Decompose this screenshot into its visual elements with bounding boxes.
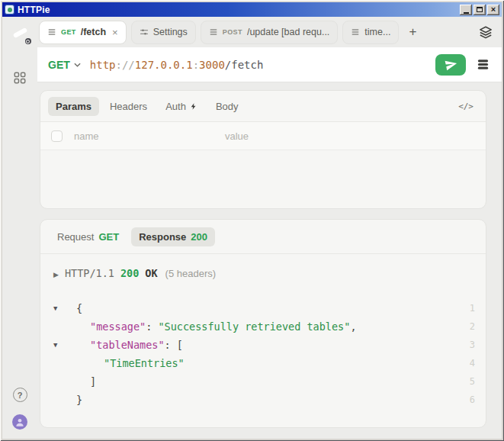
tab-method: POST bbox=[223, 28, 242, 36]
httpie-logo-icon[interactable] bbox=[10, 23, 30, 43]
chevron-down-icon bbox=[74, 63, 81, 67]
headers-fold-icon[interactable]: ▶ bbox=[53, 271, 59, 278]
line-number: 5 bbox=[460, 376, 475, 387]
toggle-request[interactable]: Request GET bbox=[50, 227, 127, 246]
json-line-content: "message": "Successfully retrieved table… bbox=[70, 320, 460, 333]
tab-bar: GET /fetch × Settings POST /update [bad … bbox=[37, 17, 502, 47]
json-line-content: } bbox=[70, 394, 460, 406]
send-button[interactable] bbox=[435, 54, 466, 76]
maximize-button[interactable] bbox=[474, 5, 486, 15]
tab-time[interactable]: time... bbox=[342, 21, 399, 44]
minimize-button[interactable] bbox=[460, 5, 472, 15]
json-token-str: "Successfully retrieved tables" bbox=[158, 320, 350, 333]
tab-body[interactable]: Body bbox=[208, 97, 246, 116]
url-separator: : bbox=[193, 59, 199, 71]
close-button[interactable]: × bbox=[487, 5, 499, 15]
layers-icon[interactable] bbox=[477, 24, 494, 40]
sidebar: ? bbox=[2, 17, 37, 439]
method-label: GET bbox=[48, 59, 70, 71]
tab-params[interactable]: Params bbox=[48, 97, 99, 116]
json-token-punct: ] bbox=[90, 375, 96, 388]
json-token-punct: { bbox=[76, 302, 82, 314]
main-column: GET /fetch × Settings POST /update [bad … bbox=[37, 17, 502, 439]
help-icon[interactable]: ? bbox=[13, 388, 27, 402]
select-all-checkbox[interactable] bbox=[51, 130, 63, 142]
url-input[interactable]: http://127.0.0.1:3000/fetch bbox=[90, 59, 426, 71]
environment-stack-icon[interactable] bbox=[475, 56, 491, 72]
paper-plane-icon bbox=[443, 56, 458, 72]
request-response-toggle: Request GET Response 200 bbox=[40, 220, 486, 254]
tab-post-update[interactable]: POST /update [bad requ... bbox=[201, 21, 339, 44]
fold-toggle-icon[interactable]: ▼ bbox=[53, 341, 70, 349]
url-host: 127.0.0.1 bbox=[135, 59, 193, 71]
toggle-request-method: GET bbox=[98, 231, 119, 243]
params-header-row: name value bbox=[40, 122, 486, 150]
new-tab-button[interactable]: + bbox=[403, 24, 422, 40]
json-line: ▼{1 bbox=[53, 299, 475, 317]
response-panel: Request GET Response 200 ▶ HTTP/1.1 200 … bbox=[40, 219, 486, 428]
json-line-content: { bbox=[70, 302, 460, 314]
param-value-input[interactable]: value bbox=[225, 130, 249, 142]
json-line: ▼"tableNames": [3 bbox=[53, 336, 475, 354]
response-body: ▼{1"message": "Successfully retrieved ta… bbox=[40, 299, 486, 409]
json-token-punct: : bbox=[146, 320, 158, 333]
tab-auth-label: Auth bbox=[165, 101, 186, 112]
titlebar[interactable]: HTTPie × bbox=[2, 2, 502, 17]
method-selector[interactable]: GET bbox=[48, 59, 81, 71]
fold-toggle-icon[interactable]: ▼ bbox=[53, 304, 70, 312]
line-number: 4 bbox=[460, 358, 475, 369]
workspaces-grid-icon[interactable] bbox=[11, 69, 28, 86]
json-token-punct: : bbox=[165, 339, 177, 351]
lightning-icon bbox=[190, 102, 197, 111]
json-line-content: "TimeEntries" bbox=[70, 357, 460, 369]
user-avatar[interactable] bbox=[12, 414, 27, 430]
sliders-icon bbox=[140, 27, 149, 37]
content-area: Params Headers Auth Body </> n bbox=[37, 82, 502, 439]
toggle-response-status: 200 bbox=[191, 231, 207, 243]
toggle-response[interactable]: Response 200 bbox=[131, 227, 215, 246]
tab-label: time... bbox=[364, 27, 390, 37]
url-path: /fetch bbox=[225, 59, 264, 71]
headers-count: (5 headers) bbox=[165, 268, 216, 279]
param-name-input[interactable]: name bbox=[74, 130, 225, 142]
json-line-content: "tableNames": [ bbox=[70, 339, 460, 351]
person-icon bbox=[14, 417, 25, 427]
tab-label: /update [bad requ... bbox=[247, 27, 329, 37]
url-bar: GET http://127.0.0.1:3000/fetch bbox=[37, 47, 502, 82]
url-port: 3000 bbox=[199, 59, 225, 71]
tab-close-icon[interactable]: × bbox=[112, 27, 118, 38]
json-token-punct: , bbox=[350, 320, 356, 333]
request-stack-icon bbox=[209, 27, 218, 37]
line-number: 6 bbox=[460, 394, 475, 405]
status-reason: OK bbox=[145, 267, 157, 279]
json-line: }6 bbox=[53, 391, 475, 409]
maximize-icon bbox=[477, 7, 483, 12]
tab-settings[interactable]: Settings bbox=[131, 21, 196, 44]
line-number: 1 bbox=[460, 303, 475, 314]
json-line: "TimeEntries"4 bbox=[53, 354, 475, 372]
json-token-key: "message" bbox=[90, 320, 146, 333]
app-icon bbox=[5, 5, 14, 14]
url-scheme: http bbox=[90, 59, 116, 71]
tab-headers[interactable]: Headers bbox=[102, 97, 155, 116]
response-status-line[interactable]: ▶ HTTP/1.1 200 OK (5 headers) bbox=[40, 254, 486, 279]
request-panel: Params Headers Auth Body </> n bbox=[40, 90, 486, 209]
app-window: HTTPie × ? bbox=[0, 0, 504, 441]
status-protocol: HTTP/1.1 bbox=[65, 267, 114, 279]
line-number: 3 bbox=[460, 340, 475, 350]
code-view-icon[interactable]: </> bbox=[454, 98, 478, 114]
json-line: "message": "Successfully retrieved table… bbox=[53, 317, 475, 336]
request-stack-icon bbox=[47, 27, 56, 37]
tab-auth[interactable]: Auth bbox=[158, 97, 205, 116]
line-number: 2 bbox=[460, 321, 475, 332]
json-token-key: "tableNames" bbox=[90, 339, 165, 351]
tab-get-fetch[interactable]: GET /fetch × bbox=[39, 21, 127, 44]
tab-label: /fetch bbox=[81, 27, 106, 37]
tab-method: GET bbox=[61, 28, 76, 36]
gear-badge-icon bbox=[24, 37, 33, 46]
window-title: HTTPie bbox=[18, 5, 457, 15]
client-area: ? GET /fetch × bbox=[2, 17, 502, 439]
tab-label: Settings bbox=[153, 27, 188, 37]
json-line: ]5 bbox=[53, 372, 475, 391]
toggle-response-label: Response bbox=[139, 231, 186, 243]
